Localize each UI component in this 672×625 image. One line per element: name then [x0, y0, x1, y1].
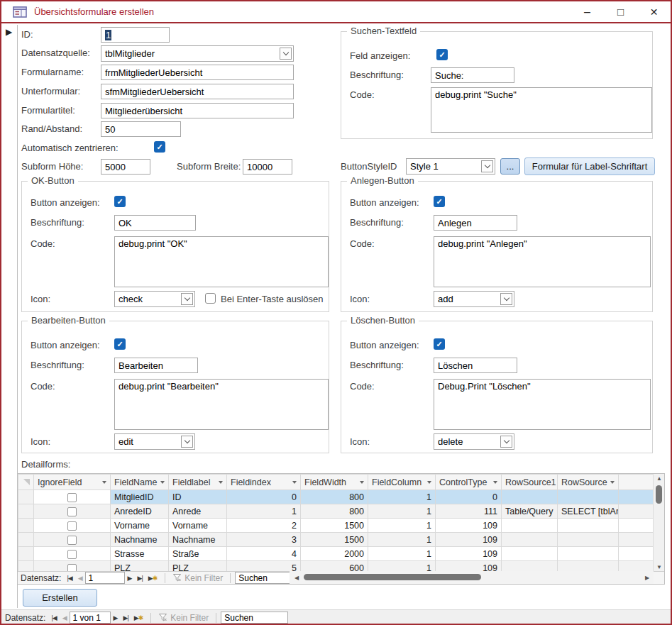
main-search-box[interactable]: Suchen — [221, 612, 288, 624]
select-all-corner[interactable] — [18, 475, 34, 490]
chevron-down-icon[interactable] — [481, 160, 493, 172]
scroll-down-icon[interactable]: ▼ — [654, 564, 665, 570]
fieldlabel-cell[interactable]: PLZ — [169, 561, 227, 573]
subform-width-field[interactable]: 10000 — [243, 159, 292, 175]
horizontal-scroll-thumb[interactable] — [304, 574, 481, 580]
column-dropdown-icon[interactable] — [292, 481, 297, 484]
scroll-right-icon[interactable]: ▶ — [642, 575, 652, 581]
formname-field[interactable]: frmMitgliederUebersicht — [101, 65, 294, 80]
fieldlabel-cell[interactable]: Vorname — [169, 519, 227, 533]
new-record-icon[interactable]: ▶✱ — [131, 614, 146, 621]
fieldwidth-cell[interactable]: 800 — [301, 490, 368, 504]
ignorefield-checkbox[interactable] — [67, 521, 77, 531]
record-position-box[interactable]: 1 von 1 — [70, 612, 111, 624]
filter-indicator[interactable]: Kein Filter — [170, 573, 226, 583]
controltype-cell[interactable]: 109 — [436, 561, 502, 573]
last-record-icon[interactable]: ▶| — [120, 614, 131, 621]
subform-field[interactable]: sfmMitgliederUebersicht — [101, 84, 294, 99]
buttonstyle-combobox[interactable]: Style 1 — [406, 158, 495, 175]
controltype-cell[interactable]: 109 — [436, 547, 502, 561]
search-caption-field[interactable]: Suche: — [431, 67, 514, 83]
rowsource1-cell[interactable] — [502, 490, 558, 504]
id-field[interactable]: 1 — [101, 27, 170, 43]
rowsource1-cell[interactable]: Table/Query — [502, 504, 558, 519]
chevron-down-icon[interactable] — [181, 293, 193, 305]
bearbeiten-icon-combobox[interactable]: edit — [114, 433, 195, 450]
bearbeiten-caption-field[interactable]: Bearbeiten — [114, 358, 198, 373]
filter-indicator[interactable]: Kein Filter — [155, 613, 211, 623]
row-selector[interactable] — [18, 519, 34, 533]
subform-height-field[interactable]: 5000 — [101, 159, 150, 175]
fieldwidth-cell[interactable]: 800 — [301, 504, 368, 519]
column-dropdown-icon[interactable] — [219, 481, 223, 484]
row-selector[interactable] — [18, 533, 34, 547]
ok-icon-combobox[interactable]: check — [114, 291, 195, 307]
fieldcolumn-cell[interactable]: 1 — [368, 561, 436, 573]
fieldindex-cell[interactable]: 5 — [227, 561, 301, 573]
fieldname-cell[interactable]: AnredeID — [111, 504, 169, 519]
ignorefield-checkbox[interactable] — [67, 536, 77, 545]
search-show-checkbox[interactable] — [436, 49, 448, 60]
fieldname-cell[interactable]: Nachname — [111, 533, 169, 547]
chevron-down-icon[interactable] — [500, 436, 512, 448]
ignorefield-checkbox[interactable] — [67, 493, 77, 502]
rowsource-cell[interactable] — [558, 547, 619, 561]
bearbeiten-show-checkbox[interactable] — [114, 338, 126, 350]
ignorefield-cell[interactable] — [34, 490, 111, 504]
fieldcolumn-cell[interactable]: 1 — [368, 519, 436, 533]
rowsource-cell[interactable] — [558, 519, 619, 533]
label-font-button[interactable]: Formular für Label-Schriftart — [524, 157, 655, 175]
ignorefield-cell[interactable] — [34, 519, 111, 533]
controltype-cell[interactable]: 109 — [436, 533, 502, 547]
rowsource-cell[interactable] — [558, 490, 619, 504]
scroll-up-icon[interactable]: ▲ — [654, 475, 665, 482]
ignorefield-checkbox[interactable] — [67, 507, 77, 516]
vertical-scrollbar[interactable]: ▲ ▼ — [653, 474, 664, 572]
row-selector[interactable] — [18, 561, 34, 573]
chevron-down-icon[interactable] — [500, 293, 512, 305]
ok-show-checkbox[interactable] — [114, 196, 126, 207]
record-position-box[interactable]: 1 — [85, 572, 125, 584]
fieldname-cell[interactable]: PLZ — [111, 561, 169, 573]
row-selector[interactable] — [18, 547, 34, 561]
fieldwidth-cell[interactable]: 600 — [301, 561, 368, 573]
fieldlabel-cell[interactable]: ID — [169, 490, 227, 504]
ok-enter-checkbox[interactable] — [205, 293, 216, 304]
close-button[interactable]: ✕ — [637, 1, 671, 22]
autocenter-checkbox[interactable] — [154, 141, 165, 153]
next-record-icon[interactable]: ▶ — [125, 575, 135, 582]
datasource-combobox[interactable]: tblMitglieder — [101, 45, 294, 62]
search-code-textarea[interactable]: debug.print "Suche" — [431, 87, 652, 133]
loeschen-code-textarea[interactable]: Debug.Print "Löschen" — [434, 379, 651, 430]
column-dropdown-icon[interactable] — [610, 481, 615, 484]
fieldname-cell[interactable]: Strasse — [111, 547, 169, 561]
ignorefield-cell[interactable] — [34, 504, 111, 519]
ignorefield-cell[interactable] — [34, 561, 111, 573]
row-selector[interactable] — [18, 490, 34, 504]
fieldcolumn-cell[interactable]: 1 — [368, 504, 436, 519]
fieldlabel-cell[interactable]: Nachname — [169, 533, 227, 547]
ignorefield-checkbox[interactable] — [67, 550, 77, 559]
ok-caption-field[interactable]: OK — [114, 215, 196, 231]
rowsource1-cell[interactable] — [502, 561, 558, 573]
fieldlabel-cell[interactable]: Straße — [169, 547, 227, 561]
ignorefield-cell[interactable] — [34, 547, 111, 561]
anlegen-show-checkbox[interactable] — [434, 196, 445, 207]
rowsource1-cell[interactable] — [502, 519, 558, 533]
first-record-icon[interactable]: |◀ — [48, 614, 59, 621]
loeschen-icon-combobox[interactable]: delete — [434, 433, 514, 450]
column-header-fieldlabel[interactable]: Fieldlabel — [169, 475, 227, 490]
rowsource1-cell[interactable] — [502, 547, 558, 561]
anlegen-icon-combobox[interactable]: add — [434, 291, 514, 307]
loeschen-caption-field[interactable]: Löschen — [434, 358, 517, 373]
row-selector[interactable] — [18, 504, 34, 519]
fieldlabel-cell[interactable]: Anrede — [169, 504, 227, 519]
horizontal-scrollbar[interactable]: ◀ ▶ — [290, 571, 654, 584]
vertical-scroll-thumb[interactable] — [656, 485, 662, 504]
column-header-fieldname[interactable]: FieldName — [111, 475, 169, 490]
next-record-icon[interactable]: ▶ — [111, 614, 121, 621]
column-header-fieldwidth[interactable]: FieldWidth — [301, 475, 368, 490]
controltype-cell[interactable]: 111 — [436, 504, 502, 519]
ignorefield-cell[interactable] — [34, 533, 111, 547]
create-button[interactable]: Erstellen — [23, 589, 97, 607]
